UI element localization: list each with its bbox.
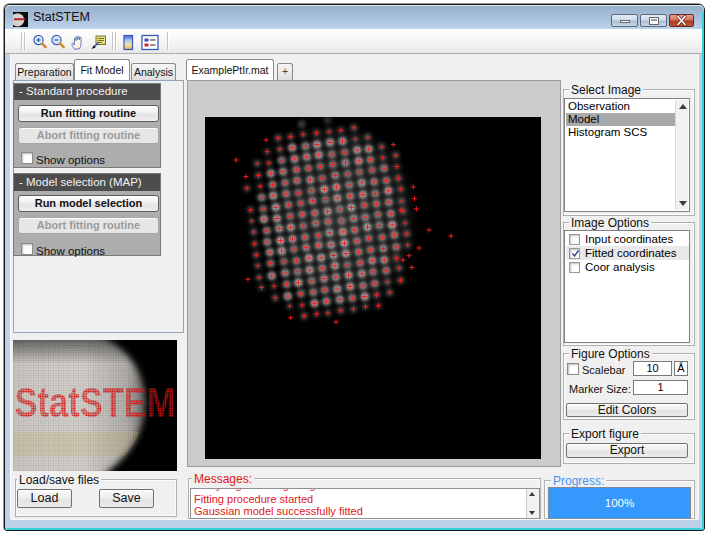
svg-text:StatSTEM: StatSTEM: [15, 379, 176, 426]
